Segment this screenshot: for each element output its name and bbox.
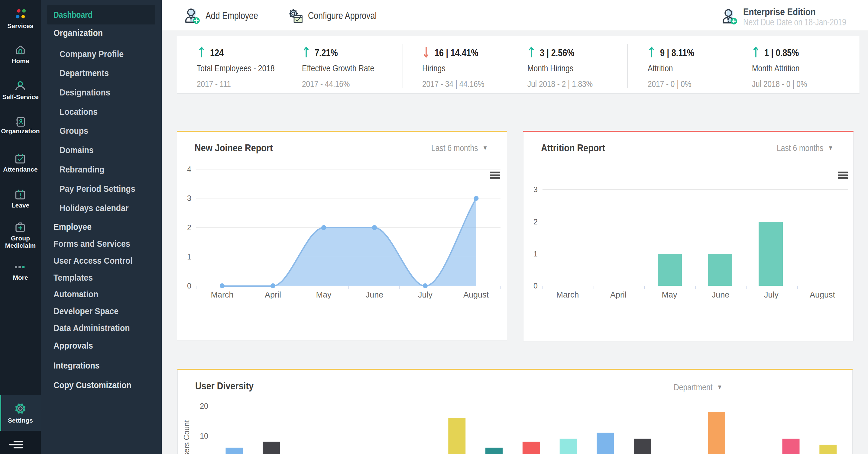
svg-text:0: 0: [187, 282, 191, 290]
svg-text:May: May: [316, 290, 332, 299]
svg-text:August: August: [463, 290, 489, 299]
svg-text:1: 1: [533, 250, 538, 258]
svg-text:May: May: [661, 290, 677, 299]
svg-text:April: April: [610, 290, 626, 299]
svg-text:3: 3: [533, 185, 538, 194]
svg-text:July: July: [764, 290, 779, 299]
svg-text:2: 2: [187, 223, 191, 232]
svg-text:June: June: [366, 290, 383, 299]
svg-text:2: 2: [533, 218, 538, 226]
svg-text:20: 20: [200, 402, 208, 410]
svg-text:April: April: [265, 290, 281, 299]
svg-text:10: 10: [200, 432, 208, 440]
svg-text:July: July: [418, 290, 433, 299]
svg-text:3: 3: [187, 194, 191, 202]
svg-text:Users Count: Users Count: [182, 420, 191, 454]
svg-text:August: August: [810, 290, 835, 299]
svg-text:March: March: [556, 290, 579, 299]
svg-text:June: June: [712, 290, 730, 299]
svg-text:0: 0: [533, 282, 538, 290]
svg-text:1: 1: [187, 253, 191, 261]
svg-text:4: 4: [187, 165, 191, 173]
svg-text:March: March: [211, 290, 233, 299]
